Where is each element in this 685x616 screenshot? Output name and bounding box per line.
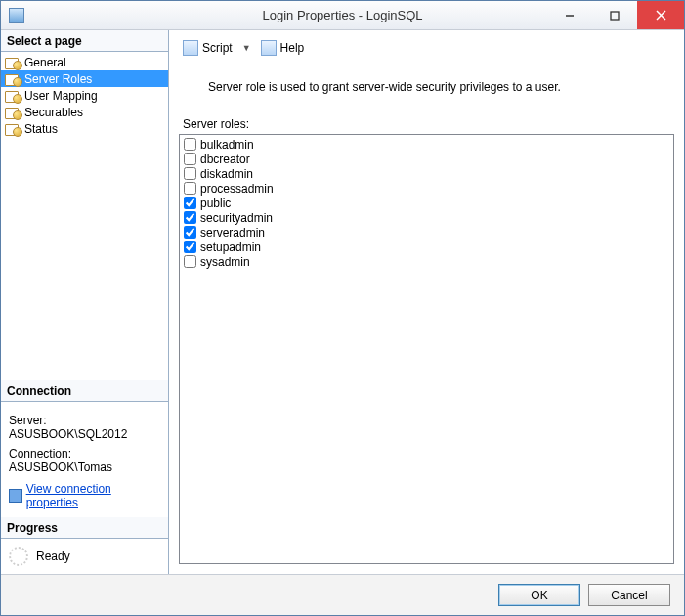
role-checkbox-diskadmin[interactable] <box>184 167 196 180</box>
progress-header: Progress <box>1 517 168 539</box>
server-label: Server: <box>9 414 162 427</box>
connection-header: Connection <box>1 380 168 402</box>
connection-value: ASUSBOOK\Tomas <box>9 461 162 474</box>
role-item-public[interactable]: public <box>184 196 669 210</box>
page-item-label: General <box>24 56 66 69</box>
role-item-sysadmin[interactable]: sysadmin <box>184 254 669 269</box>
progress-block: Ready <box>1 539 168 574</box>
role-item-dbcreator[interactable]: dbcreator <box>184 152 669 166</box>
help-label: Help <box>280 41 305 55</box>
connection-block: Server: ASUSBOOK\SQL2012 Connection: ASU… <box>1 402 168 517</box>
page-item-status[interactable]: Status <box>1 120 168 137</box>
page-icon <box>5 89 21 103</box>
server-roles-label: Server roles: <box>179 117 674 134</box>
role-item-serveradmin[interactable]: serveradmin <box>184 225 669 240</box>
role-item-setupadmin[interactable]: setupadmin <box>184 240 669 254</box>
page-item-user-mapping[interactable]: User Mapping <box>1 87 168 104</box>
script-dropdown-arrow-icon[interactable]: ▼ <box>242 43 251 53</box>
left-panel: Select a page GeneralServer RolesUser Ma… <box>1 30 169 574</box>
script-label: Script <box>202 41 233 55</box>
page-item-label: Securables <box>24 106 83 119</box>
maximize-button[interactable] <box>592 1 637 29</box>
bottom-bar: OK Cancel <box>1 574 684 615</box>
role-checkbox-public[interactable] <box>184 197 196 209</box>
role-checkbox-dbcreator[interactable] <box>184 153 196 165</box>
right-panel: Script ▼ Help Server role is used to gra… <box>169 30 684 574</box>
role-checkbox-sysadmin[interactable] <box>184 255 196 268</box>
role-checkbox-setupadmin[interactable] <box>184 241 196 253</box>
role-label: diskadmin <box>200 167 253 181</box>
connection-icon <box>9 489 22 503</box>
svg-rect-1 <box>611 12 619 20</box>
page-icon <box>5 56 21 69</box>
role-label: serveradmin <box>200 226 265 240</box>
role-label: sysadmin <box>200 255 250 269</box>
role-item-processadmin[interactable]: processadmin <box>184 181 669 196</box>
page-icon <box>5 72 21 86</box>
view-connection-label: View connection properties <box>26 482 162 509</box>
role-checkbox-serveradmin[interactable] <box>184 226 196 239</box>
role-item-bulkadmin[interactable]: bulkadmin <box>184 137 669 152</box>
role-label: bulkadmin <box>200 138 254 152</box>
role-item-securityadmin[interactable]: securityadmin <box>184 210 669 225</box>
help-icon <box>261 40 277 56</box>
server-value: ASUSBOOK\SQL2012 <box>9 427 162 441</box>
page-item-label: Server Roles <box>24 72 92 86</box>
page-item-server-roles[interactable]: Server Roles <box>1 70 168 87</box>
role-label: securityadmin <box>200 211 273 225</box>
toolbar-divider <box>179 66 674 66</box>
connection-label: Connection: <box>9 447 162 461</box>
page-icon <box>5 106 21 119</box>
page-list: GeneralServer RolesUser MappingSecurable… <box>1 52 168 137</box>
page-item-label: Status <box>24 122 58 136</box>
script-icon <box>183 40 198 56</box>
role-label: public <box>200 197 231 210</box>
select-page-header: Select a page <box>1 30 168 52</box>
role-item-diskadmin[interactable]: diskadmin <box>184 166 669 181</box>
cancel-button[interactable]: Cancel <box>588 584 670 606</box>
progress-status: Ready <box>36 550 70 563</box>
page-item-general[interactable]: General <box>1 54 168 70</box>
role-checkbox-processadmin[interactable] <box>184 182 196 195</box>
view-connection-link[interactable]: View connection properties <box>9 482 162 509</box>
progress-spinner-icon <box>9 547 28 566</box>
role-checkbox-securityadmin[interactable] <box>184 211 196 224</box>
role-checkbox-bulkadmin[interactable] <box>184 138 196 151</box>
script-button[interactable]: Script <box>179 38 236 58</box>
help-button[interactable]: Help <box>257 38 309 58</box>
page-icon <box>5 122 21 136</box>
titlebar: Login Properties - LoginSQL <box>1 1 684 30</box>
server-roles-listbox[interactable]: bulkadmindbcreatordiskadminprocessadminp… <box>179 134 674 564</box>
page-item-securables[interactable]: Securables <box>1 104 168 120</box>
role-label: setupadmin <box>200 241 261 254</box>
toolbar: Script ▼ Help <box>179 36 674 64</box>
app-icon <box>9 8 24 23</box>
page-item-label: User Mapping <box>24 89 98 103</box>
ok-button[interactable]: OK <box>498 584 580 606</box>
close-button[interactable] <box>637 1 684 29</box>
role-label: processadmin <box>200 182 274 196</box>
window-controls <box>547 1 684 29</box>
role-label: dbcreator <box>200 153 250 166</box>
page-description: Server role is used to grant server-wide… <box>179 80 674 117</box>
minimize-button[interactable] <box>547 1 592 29</box>
